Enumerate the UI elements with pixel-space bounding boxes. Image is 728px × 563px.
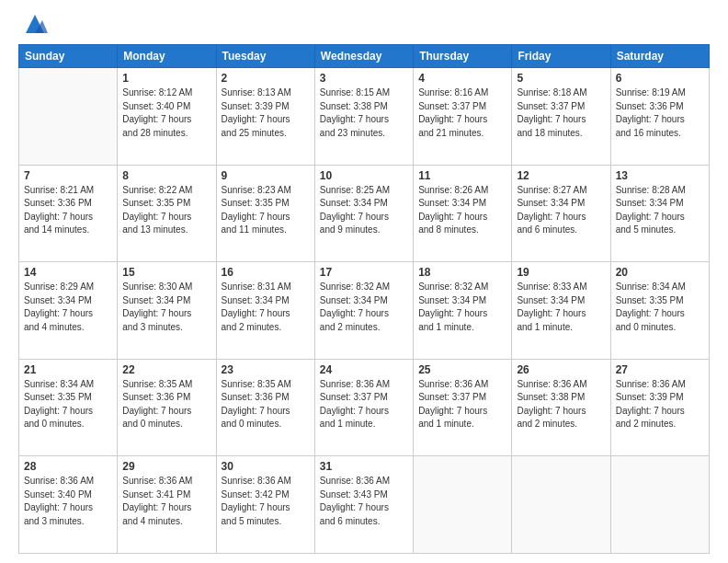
day-number: 17 [320,266,408,279]
day-number: 30 [222,460,310,473]
day-info: Sunrise: 8:18 AMSunset: 3:37 PMDaylight:… [517,86,605,140]
calendar-cell: 19Sunrise: 8:33 AMSunset: 3:34 PMDayligh… [512,262,610,360]
calendar-week-row: 21Sunrise: 8:34 AMSunset: 3:35 PMDayligh… [19,359,710,456]
weekday-header: Tuesday [216,45,314,68]
day-info: Sunrise: 8:16 AMSunset: 3:37 PMDaylight:… [418,86,506,140]
day-info: Sunrise: 8:36 AMSunset: 3:42 PMDaylight:… [222,475,310,528]
logo [18,15,48,37]
day-info: Sunrise: 8:32 AMSunset: 3:34 PMDaylight:… [320,281,408,334]
day-number: 14 [24,266,112,279]
day-number: 5 [517,72,605,85]
weekday-header: Thursday [414,45,512,68]
calendar-cell: 4Sunrise: 8:16 AMSunset: 3:37 PMDaylight… [414,68,512,166]
day-number: 18 [418,266,506,279]
day-number: 25 [418,363,506,376]
calendar-cell: 15Sunrise: 8:30 AMSunset: 3:34 PMDayligh… [118,262,216,360]
day-info: Sunrise: 8:29 AMSunset: 3:34 PMDaylight:… [24,281,112,334]
calendar-cell: 11Sunrise: 8:26 AMSunset: 3:34 PMDayligh… [414,165,512,262]
calendar-cell: 8Sunrise: 8:22 AMSunset: 3:35 PMDaylight… [118,165,216,262]
day-number: 4 [418,72,506,85]
day-number: 20 [616,266,704,279]
day-number: 11 [418,169,506,182]
calendar-cell [512,456,610,554]
day-info: Sunrise: 8:15 AMSunset: 3:38 PMDaylight:… [320,86,408,140]
day-info: Sunrise: 8:22 AMSunset: 3:35 PMDaylight:… [122,184,210,237]
calendar-cell: 27Sunrise: 8:36 AMSunset: 3:39 PMDayligh… [610,359,709,456]
calendar-cell: 12Sunrise: 8:27 AMSunset: 3:34 PMDayligh… [512,165,610,262]
calendar-header: SundayMondayTuesdayWednesdayThursdayFrid… [19,45,710,68]
day-number: 19 [517,266,605,279]
day-info: Sunrise: 8:36 AMSunset: 3:43 PMDaylight:… [320,475,408,528]
calendar-cell [610,456,709,554]
weekday-header: Wednesday [314,45,413,68]
day-number: 2 [222,72,310,85]
day-info: Sunrise: 8:35 AMSunset: 3:36 PMDaylight:… [122,378,210,431]
day-info: Sunrise: 8:33 AMSunset: 3:34 PMDaylight:… [517,281,605,334]
day-number: 12 [517,169,605,182]
calendar-cell: 20Sunrise: 8:34 AMSunset: 3:35 PMDayligh… [610,262,709,360]
day-number: 16 [222,266,310,279]
day-number: 31 [320,460,408,473]
calendar-cell [414,456,512,554]
calendar-cell: 13Sunrise: 8:28 AMSunset: 3:34 PMDayligh… [610,165,709,262]
logo-icon [22,11,48,37]
calendar-cell: 17Sunrise: 8:32 AMSunset: 3:34 PMDayligh… [314,262,413,360]
day-info: Sunrise: 8:21 AMSunset: 3:36 PMDaylight:… [24,184,112,237]
day-info: Sunrise: 8:13 AMSunset: 3:39 PMDaylight:… [222,86,310,140]
calendar-cell: 22Sunrise: 8:35 AMSunset: 3:36 PMDayligh… [118,359,216,456]
calendar-table: SundayMondayTuesdayWednesdayThursdayFrid… [18,44,710,554]
day-number: 10 [320,169,408,182]
calendar-week-row: 7Sunrise: 8:21 AMSunset: 3:36 PMDaylight… [19,165,710,262]
calendar-cell: 26Sunrise: 8:36 AMSunset: 3:38 PMDayligh… [512,359,610,456]
day-number: 24 [320,363,408,376]
day-info: Sunrise: 8:34 AMSunset: 3:35 PMDaylight:… [616,281,704,334]
day-number: 21 [24,363,112,376]
calendar-cell: 6Sunrise: 8:19 AMSunset: 3:36 PMDaylight… [610,68,709,166]
day-number: 6 [616,72,704,85]
day-number: 9 [222,169,310,182]
day-info: Sunrise: 8:25 AMSunset: 3:34 PMDaylight:… [320,184,408,237]
calendar-cell: 14Sunrise: 8:29 AMSunset: 3:34 PMDayligh… [19,262,118,360]
calendar-cell: 9Sunrise: 8:23 AMSunset: 3:35 PMDaylight… [216,165,314,262]
day-info: Sunrise: 8:32 AMSunset: 3:34 PMDaylight:… [418,281,506,334]
calendar-cell: 25Sunrise: 8:36 AMSunset: 3:37 PMDayligh… [414,359,512,456]
weekday-header: Saturday [610,45,709,68]
weekday-header: Sunday [19,45,118,68]
day-number: 7 [24,169,112,182]
day-info: Sunrise: 8:36 AMSunset: 3:37 PMDaylight:… [320,378,408,431]
day-number: 3 [320,72,408,85]
day-number: 28 [24,460,112,473]
day-info: Sunrise: 8:34 AMSunset: 3:35 PMDaylight:… [24,378,112,431]
calendar-cell [19,68,118,166]
calendar-body: 1Sunrise: 8:12 AMSunset: 3:40 PMDaylight… [19,68,710,554]
day-info: Sunrise: 8:27 AMSunset: 3:34 PMDaylight:… [517,184,605,237]
calendar-cell: 24Sunrise: 8:36 AMSunset: 3:37 PMDayligh… [314,359,413,456]
header [18,15,710,37]
calendar-cell: 2Sunrise: 8:13 AMSunset: 3:39 PMDaylight… [216,68,314,166]
calendar-week-row: 14Sunrise: 8:29 AMSunset: 3:34 PMDayligh… [19,262,710,360]
day-number: 22 [122,363,210,376]
calendar-cell: 16Sunrise: 8:31 AMSunset: 3:34 PMDayligh… [216,262,314,360]
day-info: Sunrise: 8:23 AMSunset: 3:35 PMDaylight:… [222,184,310,237]
calendar-cell: 5Sunrise: 8:18 AMSunset: 3:37 PMDaylight… [512,68,610,166]
calendar-cell: 28Sunrise: 8:36 AMSunset: 3:40 PMDayligh… [19,456,118,554]
calendar-cell: 30Sunrise: 8:36 AMSunset: 3:42 PMDayligh… [216,456,314,554]
day-info: Sunrise: 8:36 AMSunset: 3:37 PMDaylight:… [418,378,506,431]
calendar-cell: 10Sunrise: 8:25 AMSunset: 3:34 PMDayligh… [314,165,413,262]
day-number: 1 [122,72,210,85]
day-number: 26 [517,363,605,376]
calendar-week-row: 1Sunrise: 8:12 AMSunset: 3:40 PMDaylight… [19,68,710,166]
day-info: Sunrise: 8:36 AMSunset: 3:39 PMDaylight:… [616,378,704,431]
day-info: Sunrise: 8:31 AMSunset: 3:34 PMDaylight:… [222,281,310,334]
day-number: 27 [616,363,704,376]
calendar-cell: 21Sunrise: 8:34 AMSunset: 3:35 PMDayligh… [19,359,118,456]
calendar-week-row: 28Sunrise: 8:36 AMSunset: 3:40 PMDayligh… [19,456,710,554]
day-info: Sunrise: 8:30 AMSunset: 3:34 PMDaylight:… [122,281,210,334]
day-number: 8 [122,169,210,182]
calendar-cell: 7Sunrise: 8:21 AMSunset: 3:36 PMDaylight… [19,165,118,262]
day-info: Sunrise: 8:35 AMSunset: 3:36 PMDaylight:… [222,378,310,431]
day-info: Sunrise: 8:36 AMSunset: 3:41 PMDaylight:… [122,475,210,528]
day-info: Sunrise: 8:26 AMSunset: 3:34 PMDaylight:… [418,184,506,237]
weekday-row: SundayMondayTuesdayWednesdayThursdayFrid… [19,45,710,68]
weekday-header: Monday [118,45,216,68]
